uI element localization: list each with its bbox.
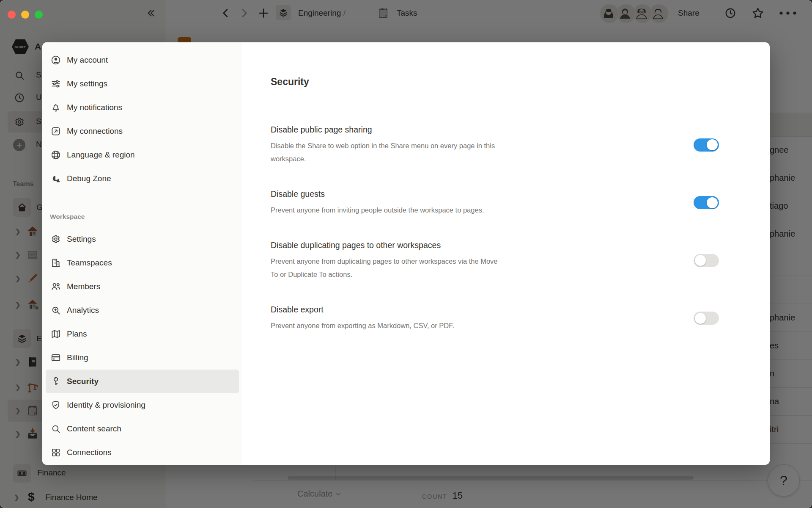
sidebar-item-teamspaces[interactable]: Teamspaces	[46, 251, 239, 275]
building-icon	[50, 257, 62, 269]
sidebar-item-settings[interactable]: Settings	[46, 227, 239, 251]
arrow-up-right-icon	[50, 125, 62, 137]
sidebar-item-billing[interactable]: Billing	[46, 346, 239, 370]
setting-row-disable-export: Disable export Prevent anyone from expor…	[271, 304, 719, 332]
sidebar-item-debug-zone[interactable]: Debug Zone	[46, 167, 239, 190]
map-icon	[50, 328, 62, 340]
sidebar-item-my-connections[interactable]: My connections	[46, 119, 239, 143]
bell-icon	[50, 102, 62, 113]
sidebar-item-language-region[interactable]: Language & region	[46, 143, 239, 167]
magnifier-sparkle-icon	[50, 304, 62, 316]
page-title: Security	[271, 76, 719, 88]
minimize-window-icon[interactable]	[21, 11, 29, 19]
setting-title: Disable public page sharing	[271, 124, 508, 135]
toggle-knob	[695, 255, 706, 266]
sliders-icon	[50, 78, 62, 90]
toggle-disable-export[interactable]	[694, 312, 719, 325]
credit-card-icon	[50, 352, 62, 364]
person-circle-icon	[50, 54, 62, 66]
people-icon	[50, 281, 62, 293]
grid-icon	[50, 447, 62, 458]
workspace-section-header: Workspace	[50, 211, 242, 223]
sidebar-item-identity-provisioning[interactable]: Identity & provisioning	[46, 393, 239, 417]
settings-modal-content: Security Disable public page sharing Dis…	[242, 42, 770, 465]
setting-row-disable-guests: Disable guests Prevent anyone from invit…	[271, 188, 719, 217]
sidebar-item-content-search[interactable]: Content search	[46, 417, 239, 441]
setting-title: Disable duplicating pages to other works…	[271, 240, 508, 251]
setting-description: Prevent anyone from duplicating pages to…	[271, 255, 501, 281]
toggle-disable-public-sharing[interactable]	[694, 138, 719, 152]
setting-title: Disable guests	[271, 188, 508, 199]
close-window-icon[interactable]	[8, 11, 16, 19]
window-controls	[8, 11, 43, 19]
settings-modal-sidebar: My account My settings My notifications …	[42, 42, 242, 465]
sidebar-item-plans[interactable]: Plans	[46, 322, 239, 346]
toggle-disable-duplicating[interactable]	[694, 254, 719, 267]
sidebar-item-my-notifications[interactable]: My notifications	[46, 96, 239, 119]
setting-description: Disable the Share to web option in the S…	[271, 139, 501, 166]
divider	[271, 101, 719, 101]
sidebar-item-connections[interactable]: Connections	[46, 441, 239, 464]
toggle-knob	[707, 197, 718, 208]
sidebar-item-my-settings[interactable]: My settings	[46, 72, 239, 96]
toggle-knob	[695, 313, 706, 324]
sidebar-item-analytics[interactable]: Analytics	[46, 298, 239, 322]
key-icon	[50, 375, 62, 387]
setting-row-disable-public-sharing: Disable public page sharing Disable the …	[271, 124, 719, 166]
toggle-disable-guests[interactable]	[694, 196, 719, 209]
shapes-icon	[50, 173, 62, 185]
sidebar-item-my-account[interactable]: My account	[46, 48, 239, 72]
shield-check-icon	[50, 399, 62, 411]
gear-icon	[50, 233, 62, 245]
toggle-knob	[707, 139, 718, 150]
sidebar-item-members[interactable]: Members	[46, 275, 239, 298]
search-icon	[50, 423, 62, 435]
setting-description: Prevent anyone from exporting as Markdow…	[271, 319, 501, 332]
globe-icon	[50, 149, 62, 161]
setting-description: Prevent anyone from inviting people outs…	[271, 204, 501, 217]
settings-modal: My account My settings My notifications …	[42, 42, 770, 465]
notion-window: Engineering / Tasks Share ACME	[0, 0, 812, 508]
setting-title: Disable export	[271, 304, 508, 315]
setting-row-disable-duplicating: Disable duplicating pages to other works…	[271, 240, 719, 281]
zoom-window-icon[interactable]	[35, 11, 43, 19]
sidebar-item-security[interactable]: Security	[46, 370, 239, 393]
